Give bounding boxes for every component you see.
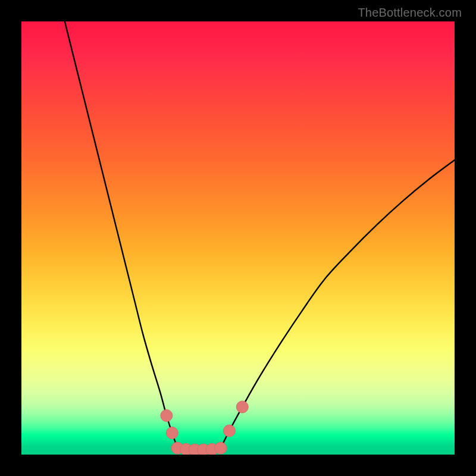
plot-area bbox=[21, 21, 455, 455]
bottleneck-curve bbox=[65, 21, 455, 450]
watermark-text: TheBottleneck.com bbox=[358, 6, 462, 20]
data-marker bbox=[223, 425, 235, 437]
data-marker bbox=[161, 409, 173, 421]
curve-layer bbox=[21, 21, 455, 455]
data-marker bbox=[236, 401, 248, 413]
data-marker bbox=[215, 442, 227, 454]
data-marker bbox=[166, 427, 178, 439]
chart-frame: TheBottleneck.com bbox=[0, 0, 476, 476]
